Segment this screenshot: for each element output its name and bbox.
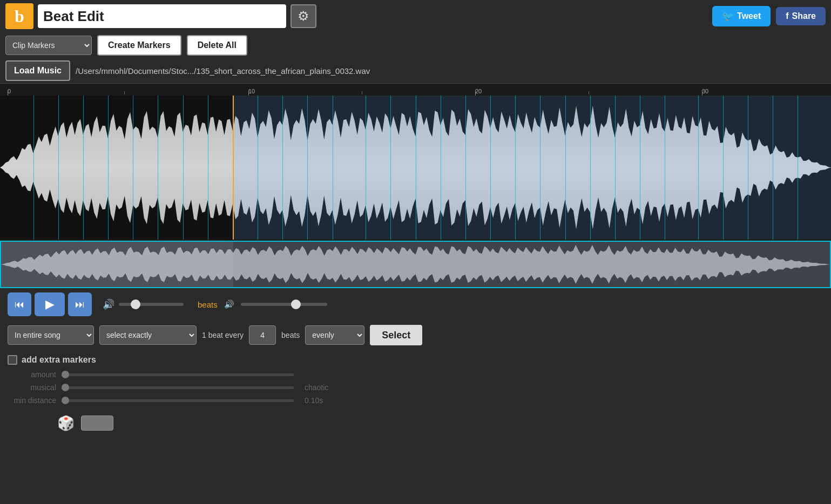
musical-row: musical chaotic <box>8 383 823 392</box>
beats-volume-icon: 🔊 <box>224 299 234 309</box>
evenly-dropdown[interactable]: evenly randomly <box>305 325 364 345</box>
beat-marker <box>798 96 798 240</box>
extra-markers-section: add extra markers amount musical chaotic… <box>0 350 831 438</box>
beats-volume-slider[interactable] <box>241 303 327 306</box>
beat-marker <box>615 96 616 240</box>
timeline-tick-minor-2 <box>362 91 362 94</box>
timeline-mark-10: 10 <box>248 88 255 94</box>
min-distance-label: min distance <box>8 396 56 405</box>
amount-row: amount <box>8 370 823 379</box>
beat-every-label: 1 beat every <box>202 331 244 339</box>
select-button[interactable]: Select <box>370 325 422 345</box>
beat-marker <box>590 96 591 240</box>
play-icon: ▶ <box>45 297 55 311</box>
toolbar: Clip Markers Song Markers Both Create Ma… <box>0 32 831 58</box>
beat-marker <box>390 96 391 240</box>
add-extra-markers-label: add extra markers <box>8 355 96 365</box>
scope-dropdown[interactable]: In entire song In selection Between mark… <box>8 325 94 345</box>
volume-icon: 🔊 <box>103 298 114 310</box>
beats-volume-thumb[interactable] <box>291 299 301 309</box>
timeline-tick-30 <box>702 90 702 96</box>
forward-button[interactable]: ⏭ <box>68 292 92 316</box>
beats-suffix: beats <box>281 331 300 339</box>
twitter-icon: 🐦 <box>722 10 734 22</box>
timeline-tick-0 <box>8 90 8 96</box>
beat-marker <box>698 96 699 240</box>
create-markers-button[interactable]: Create Markers <box>97 35 181 56</box>
amount-label: amount <box>8 370 56 379</box>
forward-icon: ⏭ <box>75 299 85 310</box>
beat-marker <box>490 96 491 240</box>
waveform-main[interactable] <box>0 96 831 240</box>
beat-marker <box>83 96 84 240</box>
dice-button[interactable]: 🎲 <box>56 413 76 433</box>
beat-marker <box>515 96 516 240</box>
social-buttons: 🐦 Tweet f Share <box>712 6 826 26</box>
mini-selection-right <box>233 242 830 287</box>
beat-marker <box>665 96 665 240</box>
amount-slider[interactable] <box>62 373 294 376</box>
min-distance-value: 0.10s <box>305 396 323 405</box>
load-music-button[interactable]: Load Music <box>5 60 70 81</box>
timeline-tick-10 <box>248 90 249 96</box>
timeline-mark-20: 20 <box>475 88 482 94</box>
timeline-tick-20 <box>475 90 476 96</box>
beat-marker <box>416 96 416 240</box>
volume-section: 🔊 <box>103 298 184 310</box>
beat-marker <box>183 96 184 240</box>
beat-marker <box>33 96 34 240</box>
facebook-icon: f <box>786 11 788 21</box>
volume-slider[interactable] <box>119 303 184 306</box>
musical-slider[interactable] <box>62 386 294 389</box>
timeline-tick-minor <box>124 91 125 94</box>
amount-thumb[interactable] <box>62 371 69 378</box>
beat-marker <box>723 96 724 240</box>
file-bar: Load Music /Users/mmohl/Documents/Stoc..… <box>0 58 831 83</box>
min-distance-thumb[interactable] <box>62 397 69 404</box>
waveform-container[interactable]: 0 10 20 30 <box>0 83 831 288</box>
min-distance-slider[interactable] <box>62 399 294 402</box>
settings-button[interactable]: ⚙ <box>290 4 316 28</box>
mini-selection-left <box>1 242 233 287</box>
beat-marker <box>773 96 773 240</box>
musical-thumb[interactable] <box>62 384 69 391</box>
extra-markers-toggle-row: add extra markers <box>8 355 823 365</box>
delete-all-button[interactable]: Delete All <box>187 35 247 56</box>
rewind-icon: ⏮ <box>15 299 24 310</box>
gear-icon: ⚙ <box>298 9 309 24</box>
rewind-button[interactable]: ⏮ <box>8 292 31 316</box>
select-mode-dropdown[interactable]: select exactly select approximately sele… <box>99 325 197 345</box>
chaotic-label: chaotic <box>305 383 328 392</box>
playhead[interactable] <box>233 96 234 240</box>
beat-marker <box>208 96 208 240</box>
beat-marker <box>258 96 258 240</box>
add-extra-markers-checkbox[interactable] <box>8 355 17 365</box>
beat-marker <box>58 96 59 240</box>
beat-marker <box>307 96 308 240</box>
beat-marker <box>133 96 133 240</box>
timeline-tick-minor-3 <box>589 91 589 94</box>
selection-overlay <box>233 96 831 240</box>
color-swatch[interactable] <box>81 416 113 431</box>
volume-thumb[interactable] <box>131 299 140 309</box>
beat-marker <box>108 96 109 240</box>
beats-label: beats <box>198 300 218 309</box>
beat-marker <box>282 96 283 240</box>
extra-markers-text: add extra markers <box>22 355 96 365</box>
clip-markers-dropdown[interactable]: Clip Markers Song Markers Both <box>5 36 92 55</box>
share-label: Share <box>792 11 816 21</box>
beat-marker <box>441 96 441 240</box>
beat-marker <box>748 96 748 240</box>
share-button[interactable]: f Share <box>776 7 826 25</box>
file-path: /Users/mmohl/Documents/Stoc.../135_short… <box>76 66 370 76</box>
waveform-mini[interactable] <box>0 241 831 288</box>
play-button[interactable]: ▶ <box>35 292 65 316</box>
bottom-row: 🎲 <box>8 409 823 433</box>
logo-icon: b <box>15 6 24 26</box>
app-title-input[interactable] <box>38 4 286 28</box>
tweet-button[interactable]: 🐦 Tweet <box>712 6 771 26</box>
transport: ⏮ ▶ ⏭ 🔊 beats 🔊 <box>0 288 831 321</box>
beat-value-input[interactable] <box>249 325 276 345</box>
musical-label: musical <box>8 383 56 392</box>
beat-marker <box>333 96 333 240</box>
